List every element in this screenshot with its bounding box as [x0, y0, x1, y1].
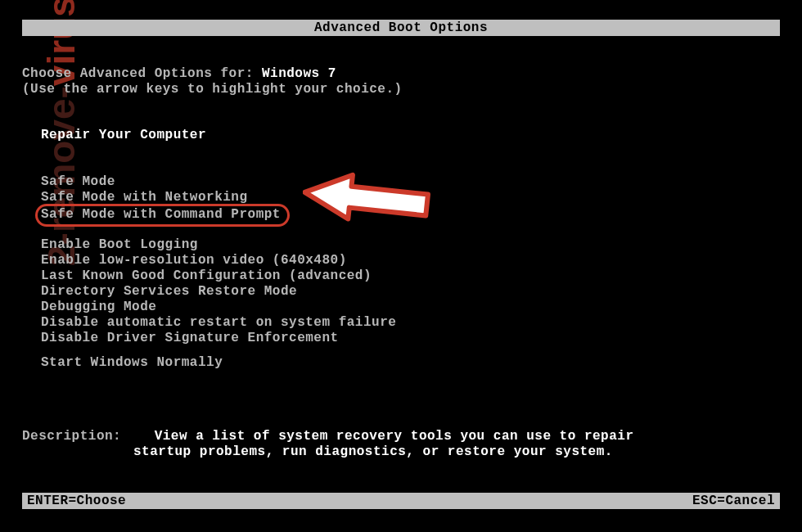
hint-line: (Use the arrow keys to highlight your ch…	[22, 81, 780, 97]
boot-screen: 2-remove-virus.com Advanced Boot Options…	[0, 0, 802, 532]
description-gap	[121, 429, 154, 444]
option-safe-mode-cmd-label: Safe Mode with Command Prompt	[41, 207, 281, 222]
option-low-res-video[interactable]: Enable low-resolution video (640x480)	[22, 252, 780, 268]
choose-line: Choose Advanced Options for: Windows 7	[22, 65, 780, 82]
footer-bar: ENTER=Choose ESC=Cancel	[22, 493, 780, 509]
title-bar: Advanced Boot Options	[22, 20, 780, 36]
option-disable-driver-sig[interactable]: Disable Driver Signature Enforcement	[22, 330, 780, 346]
footer-enter: ENTER=Choose	[27, 493, 126, 509]
description-label: Description:	[22, 429, 121, 444]
option-safe-mode-command-prompt[interactable]: Safe Mode with Command Prompt	[35, 204, 290, 227]
option-disable-auto-restart[interactable]: Disable automatic restart on system fail…	[22, 314, 780, 331]
os-name: Windows 7	[262, 66, 336, 81]
svg-marker-0	[303, 170, 429, 227]
option-ds-restore-mode[interactable]: Directory Services Restore Mode	[22, 283, 780, 300]
arrow-icon	[303, 170, 434, 228]
option-repair-computer[interactable]: Repair Your Computer	[22, 127, 780, 143]
footer-esc: ESC=Cancel	[692, 493, 775, 509]
option-start-windows-normally[interactable]: Start Windows Normally	[22, 354, 780, 371]
choose-prefix: Choose Advanced Options for:	[22, 66, 262, 81]
description-row: Description: View a list of system recov…	[22, 428, 780, 444]
option-enable-boot-logging[interactable]: Enable Boot Logging	[22, 237, 780, 253]
option-last-known-good[interactable]: Last Known Good Configuration (advanced)	[22, 268, 780, 284]
option-debugging-mode[interactable]: Debugging Mode	[22, 299, 780, 315]
description-line1: View a list of system recovery tools you…	[155, 429, 634, 444]
description-line2: startup problems, run diagnostics, or re…	[22, 444, 780, 460]
